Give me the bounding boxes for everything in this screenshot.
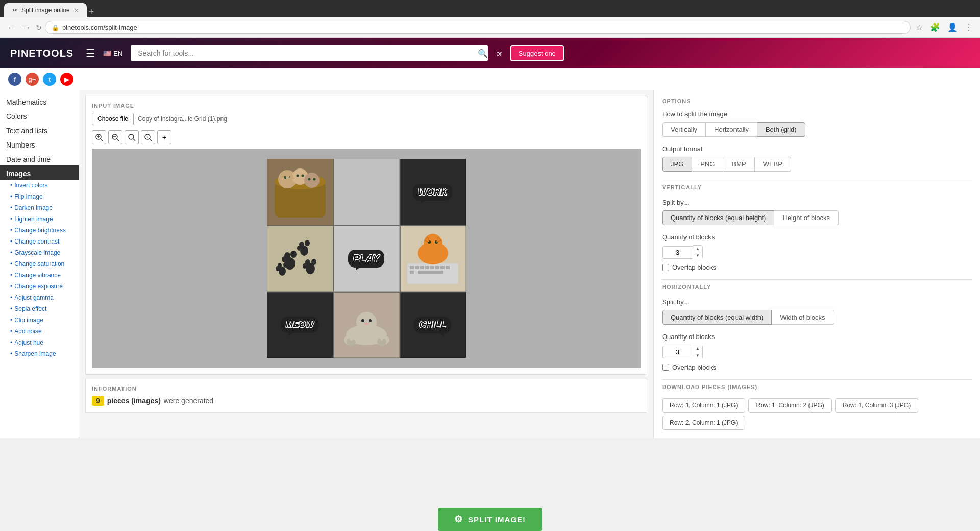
flag-icon: 🇺🇸 xyxy=(103,50,111,57)
sidebar-item-flip-image[interactable]: Flip image xyxy=(0,191,79,202)
sidebar-item-invert-colors[interactable]: Invert colors xyxy=(0,180,79,191)
zoom-out-button[interactable] xyxy=(108,130,122,144)
tab-bar: ✂ Split image online ✕ + xyxy=(0,0,980,17)
twitter-icon[interactable]: t xyxy=(43,73,56,86)
svg-point-53 xyxy=(424,234,442,252)
sidebar-item-add-noise[interactable]: Add noise xyxy=(0,326,79,337)
v-height-blocks-button[interactable]: Height of blocks xyxy=(774,210,839,225)
refresh-button[interactable]: ↻ xyxy=(36,23,42,32)
svg-point-36 xyxy=(276,266,280,271)
grid-line-h2 xyxy=(267,292,466,293)
output-format-group: Output format JPG PNG BMP WEBP xyxy=(662,145,972,172)
sidebar-item-adjust-gamma[interactable]: Adjust gamma xyxy=(0,292,79,303)
facebook-icon[interactable]: f xyxy=(8,73,21,86)
sidebar-item-change-vibrance[interactable]: Change vibrance xyxy=(0,270,79,281)
v-split-by-label: Split by... xyxy=(662,199,972,206)
hamburger-menu[interactable]: ☰ xyxy=(86,47,95,59)
count-badge: 9 xyxy=(92,396,104,406)
svg-text:1: 1 xyxy=(146,135,149,139)
svg-point-7 xyxy=(129,134,134,139)
forward-button[interactable]: → xyxy=(20,21,33,34)
sidebar-item-sepia[interactable]: Sepia effect xyxy=(0,303,79,315)
sidebar-item-change-brightness[interactable]: Change brightness xyxy=(0,225,79,236)
back-button[interactable]: ← xyxy=(5,21,17,34)
v-qty-blocks-button[interactable]: Quantity of blocks (equal height) xyxy=(662,210,774,225)
lang-selector[interactable]: 🇺🇸 EN xyxy=(103,50,122,57)
split-both-button[interactable]: Both (grid) xyxy=(757,122,805,137)
sidebar-item-sharpen-image[interactable]: Sharpen image xyxy=(0,348,79,359)
svg-point-68 xyxy=(361,319,364,322)
v-qty-down[interactable]: ▼ xyxy=(693,252,702,259)
svg-point-20 xyxy=(301,175,304,177)
v-overlap-checkbox[interactable] xyxy=(662,264,669,271)
zoom-in-button[interactable] xyxy=(92,130,106,144)
lang-label: EN xyxy=(113,50,122,57)
youtube-icon[interactable]: ▶ xyxy=(60,73,74,86)
format-bmp-button[interactable]: BMP xyxy=(723,157,754,172)
h-qty-blocks-button[interactable]: Quantity of blocks (equal width) xyxy=(662,310,772,325)
v-overlap-label: Overlap blocks xyxy=(672,263,716,271)
split-horizontally-button[interactable]: Horizontally xyxy=(706,122,757,137)
tab-close-icon[interactable]: ✕ xyxy=(74,7,79,14)
sidebar-item-change-saturation[interactable]: Change saturation xyxy=(0,258,79,270)
download-r1c3[interactable]: Row: 1, Column: 3 (JPG) xyxy=(835,398,918,413)
v-qty-up[interactable]: ▲ xyxy=(693,246,702,252)
h-qty-up[interactable]: ▲ xyxy=(693,345,702,352)
sidebar-item-images[interactable]: Images xyxy=(0,165,79,180)
google-plus-icon[interactable]: g+ xyxy=(26,73,39,86)
svg-point-22 xyxy=(313,178,315,181)
h-width-blocks-button[interactable]: Width of blocks xyxy=(772,310,834,325)
download-r1c1[interactable]: Row: 1, Column: 1 (JPG) xyxy=(662,398,745,413)
tab-favicon: ✂ xyxy=(12,7,17,14)
h-qty-input[interactable] xyxy=(662,346,693,358)
address-bar[interactable]: 🔒 pinetools.com/split-image xyxy=(45,21,911,34)
sidebar-item-change-contrast[interactable]: Change contrast xyxy=(0,236,79,247)
sidebar-item-text-lists[interactable]: Text and lists xyxy=(0,123,79,137)
active-tab[interactable]: ✂ Split image online ✕ xyxy=(4,3,87,17)
split-method-toggle: Vertically Horizontally Both (grid) xyxy=(662,122,972,137)
profile-icon[interactable]: 👤 xyxy=(945,20,960,34)
h-overlap-checkbox[interactable] xyxy=(662,364,669,371)
svg-point-28 xyxy=(282,256,287,262)
sidebar-item-lighten-image[interactable]: Lighten image xyxy=(0,213,79,225)
v-split-toggle: Quantity of blocks (equal height) Height… xyxy=(662,210,972,225)
format-png-button[interactable]: PNG xyxy=(692,157,723,172)
search-button[interactable]: 🔍 xyxy=(478,49,488,58)
sidebar-item-numbers[interactable]: Numbers xyxy=(0,137,79,151)
format-jpg-button[interactable]: JPG xyxy=(662,157,692,172)
sidebar-item-colors[interactable]: Colors xyxy=(0,108,79,123)
v-qty-label: Quantity of blocks xyxy=(662,233,972,241)
choose-file-button[interactable]: Choose file xyxy=(92,113,134,125)
download-r1c2[interactable]: Row: 1, Column: 2 (JPG) xyxy=(748,398,831,413)
sidebar-item-change-exposure[interactable]: Change exposure xyxy=(0,281,79,292)
h-split-by-group: Split by... Quantity of blocks (equal wi… xyxy=(662,298,972,325)
sidebar-item-clip-image[interactable]: Clip image xyxy=(0,315,79,326)
v-qty-group: Quantity of blocks ▲ ▼ Overlap blocks xyxy=(662,233,972,271)
format-webp-button[interactable]: WEBP xyxy=(755,157,791,172)
split-vertically-button[interactable]: Vertically xyxy=(662,122,706,137)
content-area: INPUT IMAGE Choose file Copy of Instagra… xyxy=(79,90,653,438)
horizontally-section-title: HORIZONTALLY xyxy=(662,279,972,294)
sidebar-item-adjust-hue[interactable]: Adjust hue xyxy=(0,337,79,348)
information-section: INFORMATION 9 pieces (images) were gener… xyxy=(85,379,647,413)
info-count: 9 pieces (images) were generated xyxy=(92,396,641,406)
zoom-actual-button[interactable]: 1 xyxy=(141,130,155,144)
sidebar-item-grayscale[interactable]: Grayscale image xyxy=(0,247,79,258)
menu-icon[interactable]: ⋮ xyxy=(963,20,975,34)
zoom-fit-button[interactable] xyxy=(125,130,139,144)
search-input[interactable] xyxy=(131,45,488,61)
suggest-button[interactable]: Suggest one xyxy=(510,45,564,61)
file-input-row: Choose file Copy of Instagra...le Grid (… xyxy=(92,113,641,125)
svg-point-32 xyxy=(297,246,301,251)
zoom-plus-button[interactable]: + xyxy=(157,130,172,144)
extensions-icon[interactable]: 🧩 xyxy=(928,20,942,34)
new-tab-button[interactable]: + xyxy=(89,7,94,17)
sidebar-item-date-time[interactable]: Date and time xyxy=(0,151,79,165)
h-qty-down[interactable]: ▼ xyxy=(693,352,702,359)
download-r2c1[interactable]: Row: 2, Column: 1 (JPG) xyxy=(662,416,745,430)
v-qty-input[interactable] xyxy=(662,246,693,259)
sidebar-item-mathematics[interactable]: Mathematics xyxy=(0,94,79,108)
bookmark-icon[interactable]: ☆ xyxy=(914,20,925,34)
zoom-controls: 1 + xyxy=(92,130,641,144)
sidebar-item-darken-image[interactable]: Darken image xyxy=(0,202,79,213)
